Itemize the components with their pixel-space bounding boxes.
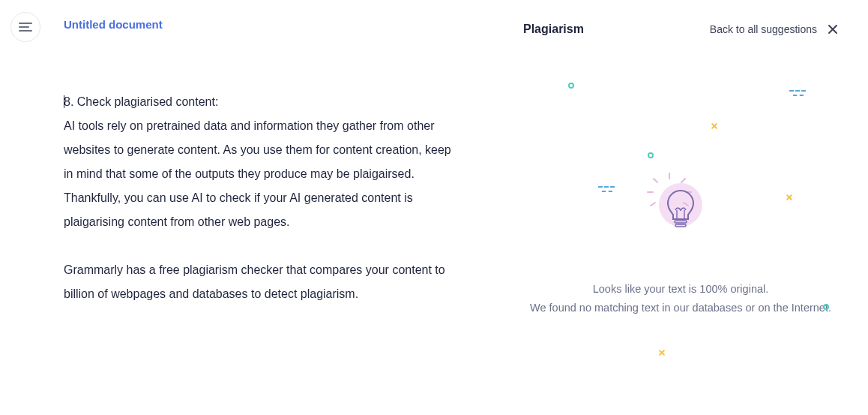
result-line-1: Looks like your text is 100% original. (523, 280, 838, 299)
svg-line-2 (681, 179, 685, 182)
deco-lines-icon (789, 90, 806, 98)
hamburger-icon (19, 23, 32, 32)
deco-circle-icon (648, 152, 654, 158)
svg-line-5 (651, 203, 655, 206)
deco-sparkle-icon (786, 194, 793, 201)
plagiarism-panel: Plagiarism Back to all suggestions (508, 0, 868, 415)
panel-title: Plagiarism (523, 23, 584, 36)
svg-rect-9 (675, 221, 687, 223)
menu-button[interactable] (10, 12, 40, 42)
editor-paragraph-2: Grammarly has a free plagiarism checker … (64, 258, 461, 306)
plagiarism-result: Looks like your text is 100% original. W… (523, 280, 838, 317)
deco-lines-icon (598, 186, 615, 194)
result-line-2: We found no matching text in our databas… (523, 299, 838, 317)
editor-content[interactable]: 8. Check plagiarised content: AI tools r… (64, 90, 461, 330)
deco-sparkle-icon (711, 122, 718, 130)
svg-line-1 (654, 179, 657, 182)
deco-circle-icon (823, 304, 829, 310)
svg-rect-10 (675, 224, 686, 227)
deco-circle-icon (568, 83, 574, 89)
lightbulb-icon (654, 186, 707, 239)
editor-paragraph-1: 8. Check plagiarised content: AI tools r… (64, 95, 451, 228)
originality-illustration (523, 66, 838, 261)
close-icon[interactable] (828, 24, 838, 35)
deco-sparkle-icon (658, 349, 666, 356)
back-to-suggestions-link[interactable]: Back to all suggestions (710, 23, 817, 35)
document-title[interactable]: Untitled document (64, 18, 163, 31)
